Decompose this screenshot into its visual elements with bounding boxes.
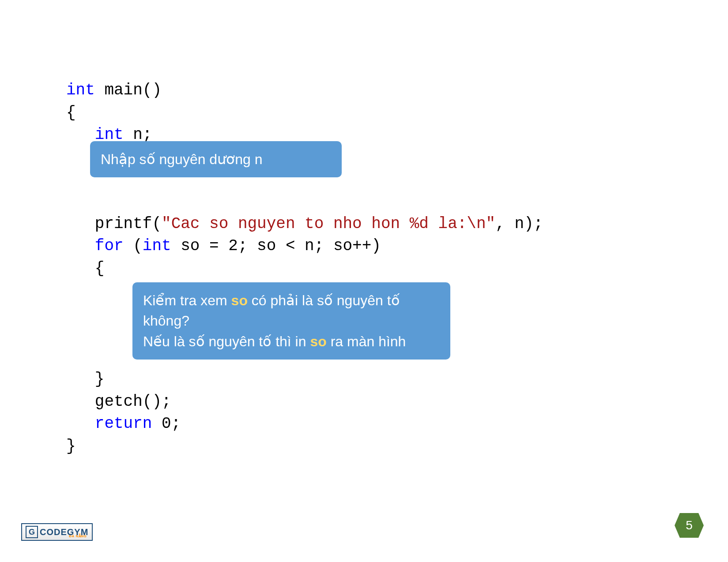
code-indent bbox=[66, 259, 95, 277]
page-number: 5 bbox=[686, 518, 693, 532]
code-block: int main() { int n; printf("Cac so nguye… bbox=[66, 57, 662, 457]
code-text: getch(); bbox=[95, 393, 171, 411]
code-text: so = 2; so < n; so++) bbox=[171, 237, 381, 255]
slide: int main() { int n; printf("Cac so nguye… bbox=[0, 0, 728, 562]
annotation-text: Nếu là số nguyên tố thì in bbox=[143, 333, 310, 349]
highlight-variable: so bbox=[231, 292, 248, 308]
page-number-badge: 5 bbox=[675, 513, 704, 538]
string-literal: "Cac so nguyen to nho hon %d la:\n" bbox=[162, 215, 495, 233]
keyword-int: int bbox=[143, 237, 171, 255]
logo: G CODEGYM ĐÀ NẴNG bbox=[21, 523, 93, 541]
annotation-box-check: Kiểm tra xem so có phải là số nguyên tố … bbox=[132, 282, 450, 360]
logo-icon-letter: G bbox=[29, 528, 35, 537]
code-indent bbox=[66, 237, 95, 255]
highlight-variable: so bbox=[310, 333, 326, 349]
code-text: } bbox=[66, 437, 76, 455]
code-text: printf( bbox=[95, 215, 162, 233]
code-text: 0; bbox=[152, 415, 181, 433]
annotation-text: ra màn hình bbox=[327, 333, 406, 349]
annotation-box-input: Nhập số nguyên dương n bbox=[90, 141, 342, 177]
code-indent bbox=[66, 370, 95, 388]
annotation-text: Nhập số nguyên dương n bbox=[101, 151, 262, 167]
code-text: { bbox=[95, 259, 105, 277]
annotation-line: Kiểm tra xem so có phải là số nguyên tố … bbox=[143, 290, 440, 331]
code-text: } bbox=[95, 370, 105, 388]
code-text: , n); bbox=[495, 215, 543, 233]
logo-icon: G bbox=[26, 526, 38, 538]
code-indent bbox=[66, 393, 95, 411]
keyword-return: return bbox=[95, 415, 152, 433]
logo-subtitle: ĐÀ NẴNG bbox=[69, 534, 87, 538]
code-text: ( bbox=[124, 237, 143, 255]
annotation-line: Nếu là số nguyên tố thì in so ra màn hìn… bbox=[143, 331, 440, 352]
keyword-for: for bbox=[95, 237, 124, 255]
logo-text-wrap: CODEGYM ĐÀ NẴNG bbox=[40, 527, 88, 537]
annotation-text: Kiểm tra xem bbox=[143, 292, 231, 308]
code-indent bbox=[66, 215, 95, 233]
code-text: main() bbox=[95, 81, 162, 99]
code-indent bbox=[66, 415, 95, 433]
code-text: { bbox=[66, 104, 76, 122]
code-indent bbox=[66, 126, 95, 144]
keyword-int: int bbox=[66, 81, 95, 99]
